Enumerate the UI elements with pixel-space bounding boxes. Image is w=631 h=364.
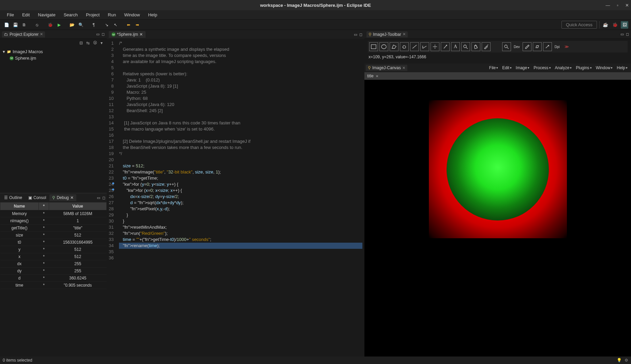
new-button[interactable]: 📄: [3, 21, 10, 29]
editor-tab-sphere[interactable]: M *Sphere.ijm ✕: [109, 31, 146, 38]
perspective-debug[interactable]: 🐞: [611, 21, 619, 29]
close-button[interactable]: ✕: [625, 3, 629, 8]
focus-icon[interactable]: ⦿: [93, 41, 97, 45]
table-row[interactable]: dy*255: [0, 268, 107, 275]
code-editor[interactable]: 1234567891011121314151617181920212223242…: [107, 39, 364, 357]
tab-debug[interactable]: ⚲Debug✕: [49, 194, 76, 201]
ij-menu-edit[interactable]: Edit▾: [500, 64, 514, 71]
save-button[interactable]: 💾: [12, 21, 19, 29]
polygon-select-tool[interactable]: [390, 42, 399, 51]
minimize-view-icon[interactable]: ▭: [620, 32, 624, 36]
table-row[interactable]: dx*255: [0, 260, 107, 268]
tab-outline[interactable]: ☰Outline: [1, 194, 25, 201]
tip-icon[interactable]: 💡: [617, 358, 622, 363]
ij-menu-window[interactable]: Window▾: [594, 64, 615, 71]
ij-menu-plugins[interactable]: Plugins▾: [574, 64, 594, 71]
tree-node-root[interactable]: ▾ 📁 ImageJ Macros: [3, 48, 104, 55]
close-icon[interactable]: ✕: [402, 66, 405, 70]
rect-select-tool[interactable]: [369, 42, 378, 51]
table-row[interactable]: y*512: [0, 246, 107, 253]
hand-tool[interactable]: [471, 42, 480, 51]
expand-icon[interactable]: ▾: [3, 49, 5, 54]
build-icon[interactable]: ⚙: [625, 358, 628, 363]
menu-navigate[interactable]: Navigate: [34, 11, 59, 19]
dev-tool[interactable]: Dev: [512, 42, 521, 51]
tab-console[interactable]: ▣Consol: [26, 194, 49, 201]
prev-annotation-button[interactable]: ↖: [112, 21, 119, 29]
table-row[interactable]: size*512: [0, 232, 107, 239]
tree-node-file[interactable]: M Sphere.ijm: [3, 55, 104, 61]
debug-button[interactable]: 🐞: [46, 21, 54, 29]
forward-button[interactable]: ➡: [134, 21, 141, 29]
skip-breakpoints-button[interactable]: ⦸: [33, 21, 41, 29]
freehand-select-tool[interactable]: [400, 42, 409, 51]
table-row[interactable]: d*360.6245: [0, 275, 107, 282]
menu-file[interactable]: File: [3, 11, 18, 19]
open-type-button[interactable]: 📂: [68, 21, 76, 29]
table-row[interactable]: time*"0.905 seconds: [0, 282, 107, 289]
search-button[interactable]: 🔍: [77, 21, 85, 29]
zoom-tool[interactable]: [461, 42, 470, 51]
text-tool[interactable]: A: [451, 42, 460, 51]
quick-access[interactable]: Quick Access: [561, 21, 597, 29]
table-row[interactable]: nImages()*1: [0, 217, 107, 225]
ij-menu-image[interactable]: Image▾: [514, 64, 531, 71]
arrow-tool[interactable]: [543, 42, 552, 51]
perspective-imagej[interactable]: 🖼: [621, 21, 628, 29]
table-row[interactable]: t0*1563301664995: [0, 239, 107, 246]
menu-edit[interactable]: Edit: [18, 11, 34, 19]
oval-select-tool[interactable]: [379, 42, 388, 51]
magnify-tool[interactable]: [502, 42, 511, 51]
wand-tool[interactable]: [441, 42, 450, 51]
menu-project[interactable]: Project: [82, 11, 104, 19]
image-canvas[interactable]: [364, 80, 631, 357]
maximize-view-icon[interactable]: ◻: [359, 32, 362, 37]
project-explorer[interactable]: ▾ 📁 ImageJ Macros M Sphere.ijm: [0, 47, 107, 193]
minimize-view-icon[interactable]: ▭: [354, 32, 357, 37]
minimize-button[interactable]: —: [605, 3, 610, 8]
perspective-java[interactable]: ☕: [602, 21, 609, 29]
point-tool[interactable]: [431, 42, 439, 51]
ij-menu-analyze[interactable]: Analyze▾: [553, 64, 574, 71]
canvas-tab-label[interactable]: title: [367, 74, 374, 78]
col-name[interactable]: Name: [0, 202, 39, 210]
col-value[interactable]: Value: [49, 202, 107, 210]
minimize-view-icon[interactable]: ▭: [97, 196, 100, 200]
ij-menu-help[interactable]: Help▾: [615, 64, 630, 71]
ij-menu-process[interactable]: Process▾: [531, 64, 553, 71]
close-icon[interactable]: ✕: [70, 195, 74, 200]
more-tools[interactable]: ≫: [562, 42, 571, 51]
variables-table[interactable]: Name * Value Memory*58MB of 1026MnImages…: [0, 202, 107, 357]
minimize-view-icon[interactable]: ▭: [96, 32, 100, 36]
project-explorer-tab[interactable]: 🗀 Project Explorer ✕: [2, 31, 45, 37]
maximize-view-icon[interactable]: ◻: [102, 196, 105, 200]
maximize-view-icon[interactable]: ◻: [626, 32, 629, 36]
close-icon[interactable]: ✕: [376, 74, 378, 78]
flood-tool[interactable]: [533, 42, 542, 51]
close-icon[interactable]: ✕: [403, 32, 406, 36]
ij-menu-file[interactable]: File▾: [487, 64, 500, 71]
color-picker-tool[interactable]: [482, 42, 491, 51]
back-button[interactable]: ⬅: [125, 21, 132, 29]
close-icon[interactable]: ✕: [40, 32, 43, 36]
link-editor-icon[interactable]: ⇆: [86, 41, 90, 45]
collapse-all-icon[interactable]: ⊟: [79, 41, 83, 45]
toggle-mark-button[interactable]: ¶: [90, 21, 97, 29]
menu-search[interactable]: Search: [60, 11, 82, 19]
menu-window[interactable]: Window: [120, 11, 144, 19]
imagej-toolbar-tab[interactable]: ⚲ ImageJ-Toolbar ✕: [366, 31, 408, 37]
next-annotation-button[interactable]: ↘: [103, 21, 110, 29]
angle-tool[interactable]: [420, 42, 429, 51]
table-row[interactable]: getTitle()*"title": [0, 225, 107, 232]
brush-tool[interactable]: [523, 42, 531, 51]
close-icon[interactable]: ✕: [139, 32, 143, 37]
maximize-view-icon[interactable]: ◻: [102, 32, 105, 36]
view-menu-icon[interactable]: ▾: [101, 41, 103, 45]
table-row[interactable]: x*512: [0, 253, 107, 260]
run-button[interactable]: ▶: [55, 21, 63, 29]
menu-help[interactable]: Help: [144, 11, 161, 19]
code-area[interactable]: /* Generates a synthetic image and displ…: [117, 39, 364, 357]
imagej-canvas-tab[interactable]: ⚲ ImageJ-Canvas ✕: [366, 65, 407, 71]
table-row[interactable]: Memory*58MB of 1026M: [0, 210, 107, 217]
save-all-button[interactable]: 🗎: [20, 21, 28, 29]
